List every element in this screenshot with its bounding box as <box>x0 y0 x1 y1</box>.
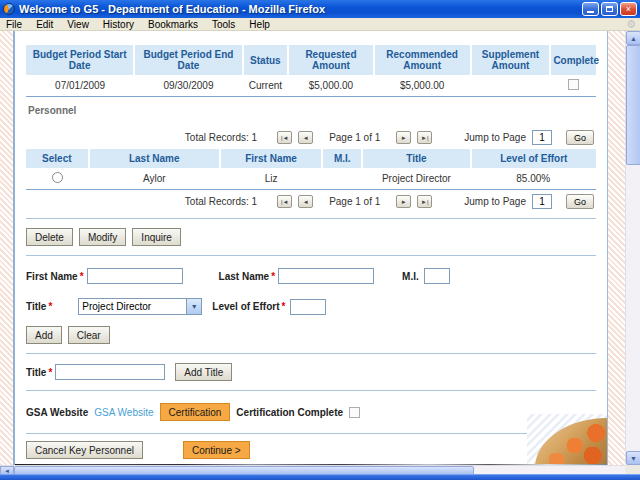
divider <box>26 218 596 219</box>
minimize-button[interactable] <box>582 2 599 16</box>
scroll-up-button[interactable]: ▲ <box>626 31 640 45</box>
first-name-label: First Name <box>26 271 78 282</box>
title-select-value: Project Director <box>79 301 154 312</box>
level-of-effort-input[interactable] <box>290 299 326 315</box>
col-supplement: Supplement Amount <box>471 45 551 75</box>
scroll-left-button[interactable]: ◄ <box>0 466 14 474</box>
menu-help[interactable]: Help <box>249 19 270 30</box>
page-indicator: Page 1 of 1 <box>329 132 380 143</box>
divider <box>26 390 596 391</box>
add-button[interactable]: Add <box>26 326 62 344</box>
prev-page-button[interactable]: ◄ <box>298 131 313 144</box>
browser-window: Welcome to G5 - Department of Education … <box>0 0 640 480</box>
menu-tools[interactable]: Tools <box>212 19 235 30</box>
windows-taskbar[interactable] <box>0 474 640 480</box>
scroll-down-button[interactable]: ▼ <box>626 451 640 465</box>
menu-bar: File Edit View History Bookmarks Tools H… <box>0 18 640 31</box>
vertical-scrollbar[interactable]: ▲ ▼ <box>625 31 640 465</box>
modify-button[interactable]: Modify <box>79 228 126 246</box>
cancel-key-personnel-button[interactable]: Cancel Key Personnel <box>26 441 143 459</box>
personnel-section-label: Personnel <box>28 105 596 116</box>
select-person-radio[interactable] <box>52 172 63 183</box>
first-name-value: Liz <box>220 168 323 190</box>
required-marker: * <box>48 367 52 378</box>
personnel-table: Select Last Name First Name M.I. Title L… <box>26 149 596 190</box>
first-name-input[interactable] <box>87 268 183 284</box>
menu-bookmarks[interactable]: Bookmarks <box>148 19 198 30</box>
budget-start-value: 07/01/2009 <box>26 75 134 97</box>
title-select[interactable]: Project Director ▼ <box>78 298 202 315</box>
throbber-icon: ⚙ <box>626 18 636 31</box>
prev-page-button[interactable]: ◄ <box>298 195 313 208</box>
go-button[interactable]: Go <box>566 194 594 209</box>
title-value: Project Director <box>362 168 470 190</box>
last-name-value: Aylor <box>89 168 220 190</box>
page-viewport: Budget Period Start Date Budget Period E… <box>0 31 640 474</box>
budget-status-value: Current <box>243 75 289 97</box>
col-level-of-effort: Level of Effort <box>471 149 596 168</box>
col-last-name: Last Name <box>89 149 220 168</box>
menu-view[interactable]: View <box>67 19 89 30</box>
budget-supplement-value <box>471 75 551 97</box>
budget-end-value: 09/30/2009 <box>134 75 242 97</box>
budget-recommended-value: $5,000.00 <box>374 75 471 97</box>
col-complete: Complete <box>550 45 596 75</box>
add-title-button[interactable]: Add Title <box>175 363 232 381</box>
next-page-button[interactable]: ► <box>396 195 411 208</box>
menu-file[interactable]: File <box>6 19 22 30</box>
first-page-button[interactable]: |◄ <box>277 195 292 208</box>
first-page-button[interactable]: |◄ <box>277 131 292 144</box>
mi-input[interactable] <box>424 268 450 284</box>
gsa-website-label: GSA Website <box>26 407 88 418</box>
gsa-website-link[interactable]: GSA Website <box>94 407 153 418</box>
personnel-pagination-top: Total Records: 1 |◄ ◄ Page 1 of 1 ► ►| J… <box>26 130 594 145</box>
close-button[interactable]: × <box>620 2 637 16</box>
page-indicator: Page 1 of 1 <box>329 196 380 207</box>
certification-complete-label: Certification Complete <box>236 407 343 418</box>
record-action-buttons: Delete Modify Inquire <box>26 228 596 246</box>
budget-complete-checkbox[interactable] <box>568 79 579 90</box>
new-title-label: Title <box>26 367 46 378</box>
last-name-input[interactable] <box>278 268 374 284</box>
menu-history[interactable]: History <box>103 19 134 30</box>
form-action-buttons: Cancel Key Personnel Continue > <box>26 441 596 459</box>
last-name-label: Last Name <box>219 271 270 282</box>
continue-button[interactable]: Continue > <box>183 441 250 459</box>
required-marker: * <box>80 271 84 282</box>
personnel-row: Aylor Liz Project Director 85.00% <box>26 168 596 190</box>
jump-to-page-input[interactable] <box>532 194 552 209</box>
next-page-button[interactable]: ► <box>396 131 411 144</box>
budget-row: 07/01/2009 09/30/2009 Current $5,000.00 … <box>26 75 596 97</box>
last-page-button[interactable]: ►| <box>417 131 432 144</box>
last-page-button[interactable]: ►| <box>417 195 432 208</box>
restore-button[interactable] <box>601 2 618 16</box>
certification-button[interactable]: Certification <box>160 403 231 421</box>
divider <box>26 255 596 256</box>
new-title-input[interactable] <box>55 364 165 380</box>
title-label: Title <box>26 301 46 312</box>
horizontal-scrollbar[interactable]: ◄ <box>0 465 625 474</box>
jump-to-page-input[interactable] <box>532 130 552 145</box>
personnel-pagination-bottom: Total Records: 1 |◄ ◄ Page 1 of 1 ► ►| J… <box>26 194 594 209</box>
add-title-row: Title * Add Title <box>26 363 596 381</box>
budget-period-table: Budget Period Start Date Budget Period E… <box>26 45 596 97</box>
total-records-label: Total Records: 1 <box>185 196 257 207</box>
vertical-scroll-thumb[interactable] <box>626 45 640 165</box>
level-of-effort-label: Level of Effort <box>212 301 279 312</box>
clear-button[interactable]: Clear <box>68 326 110 344</box>
title-effort-row: Title * Project Director ▼ Level of Effo… <box>26 298 596 315</box>
menu-edit[interactable]: Edit <box>36 19 53 30</box>
delete-button[interactable]: Delete <box>26 228 73 246</box>
col-title: Title <box>362 149 470 168</box>
col-budget-end: Budget Period End Date <box>134 45 242 75</box>
certification-complete-checkbox[interactable] <box>349 407 360 418</box>
certification-row: GSA Website GSA Website Certification Ce… <box>26 403 596 421</box>
col-budget-start: Budget Period Start Date <box>26 45 134 75</box>
inquire-button[interactable]: Inquire <box>132 228 181 246</box>
horizontal-scroll-thumb[interactable] <box>14 466 474 474</box>
col-mi: M.I. <box>322 149 362 168</box>
add-clear-buttons: Add Clear <box>26 326 596 344</box>
go-button[interactable]: Go <box>566 130 594 145</box>
divider <box>26 433 596 434</box>
effort-value: 85.00% <box>471 168 596 190</box>
